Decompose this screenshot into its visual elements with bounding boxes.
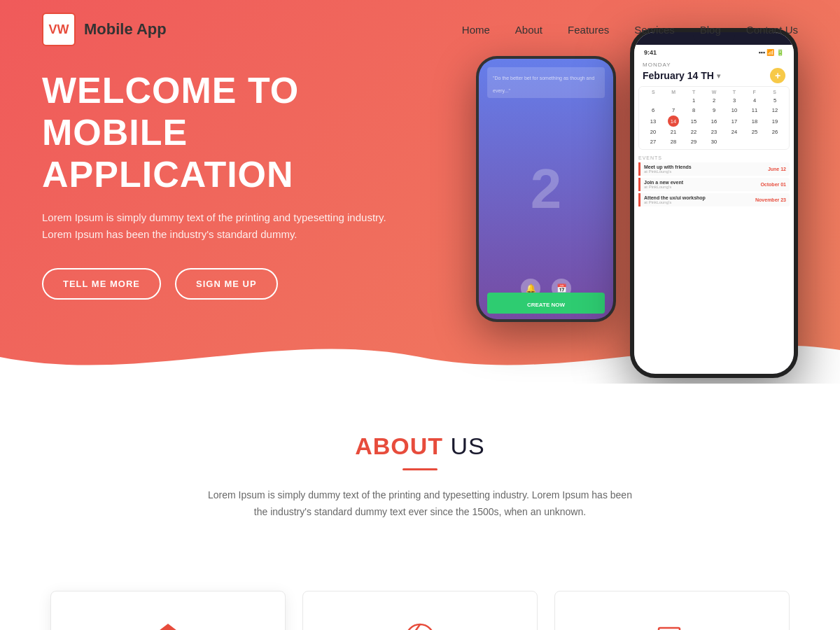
add-event-button[interactable]: + <box>770 68 785 83</box>
nav-item-about[interactable]: About <box>515 24 542 36</box>
events-section: EVENTS Meet up with friends at PinkLoung… <box>634 153 794 209</box>
about-description: Lorem Ipsum is simply dummy text of the … <box>203 487 637 521</box>
feature-card-support: FULLY SUPPORT Lorem Ipsum is simply dumm… <box>302 591 538 630</box>
hero-content: WELCOME TO MOBILE APPLICATION Lorem Ipsu… <box>42 70 448 300</box>
site-header: VW Mobile App HomeAboutFeaturesServicesB… <box>0 0 840 59</box>
hero-title: WELCOME TO MOBILE APPLICATION <box>42 70 448 195</box>
feature-cards: SUPER AFFORDABLE Lorem Ipsum is simply d… <box>0 591 840 630</box>
phone-screen: 9:41 ▪▪▪ 📶 🔋 MONDAY February 14 TH ▾ + <box>634 32 794 374</box>
nav-item-contact[interactable]: Contact Us <box>746 24 798 36</box>
logo-name: Mobile App <box>84 20 167 38</box>
phone-back: 2 🔔 📅 CREATE NOW "Do the better bet for … <box>476 56 616 322</box>
nav-item-services[interactable]: Services <box>634 24 675 36</box>
calendar-grid: S M T W T F S 12345678910111213141516171… <box>638 86 790 150</box>
title-divider <box>402 468 438 470</box>
feature-card-security: CONCRETE SECURITY Lorem Ipsum is simply … <box>554 591 790 630</box>
support-icon <box>324 620 516 630</box>
phone-front: 9:41 ▪▪▪ 📶 🔋 MONDAY February 14 TH ▾ + <box>630 28 798 378</box>
about-section: ABOUT US Lorem Ipsum is simply dummy tex… <box>0 384 840 591</box>
hero-buttons: TELL ME MORE SIGN ME UP <box>42 268 448 300</box>
logo-area: VW Mobile App <box>42 13 167 46</box>
logo-icon: VW <box>42 13 76 46</box>
main-nav: HomeAboutFeaturesServicesBlogContact Us <box>462 24 798 36</box>
calendar-date: February 14 TH ▾ <box>643 70 720 81</box>
event-item: Meet up with friends at PinkLoung's June… <box>638 162 790 176</box>
hero-subtitle: Lorem Ipsum is simply dummy text of the … <box>42 209 448 243</box>
nav-item-features[interactable]: Features <box>568 24 609 36</box>
nav-item-home[interactable]: Home <box>462 24 490 36</box>
events-list: Meet up with friends at PinkLoung's June… <box>638 162 790 206</box>
feature-card-affordable: SUPER AFFORDABLE Lorem Ipsum is simply d… <box>50 591 286 630</box>
calendar-header: MONDAY February 14 TH ▾ + <box>634 57 794 86</box>
event-item: Attend the ux/ui workshop at PinkLoung's… <box>638 193 790 206</box>
phone-back-screen: 2 🔔 📅 CREATE NOW "Do the better bet for … <box>479 59 613 319</box>
day-headers: S M T W T F S <box>643 90 785 94</box>
calendar-days: 1234567891011121314151617181920212223242… <box>643 96 785 146</box>
bank-icon <box>72 620 264 630</box>
about-title: ABOUT US <box>42 433 798 460</box>
nav-item-blog[interactable]: Blog <box>700 24 721 36</box>
phone-mockup-container: 2 🔔 📅 CREATE NOW "Do the better bet for … <box>476 28 798 384</box>
sign-up-button[interactable]: SIGN ME UP <box>175 268 278 300</box>
event-item: Join a new event at PinkLoung's October … <box>638 178 790 191</box>
security-icon <box>576 620 768 630</box>
svg-marker-6 <box>153 624 183 630</box>
tell-more-button[interactable]: TELL ME MORE <box>42 268 161 300</box>
